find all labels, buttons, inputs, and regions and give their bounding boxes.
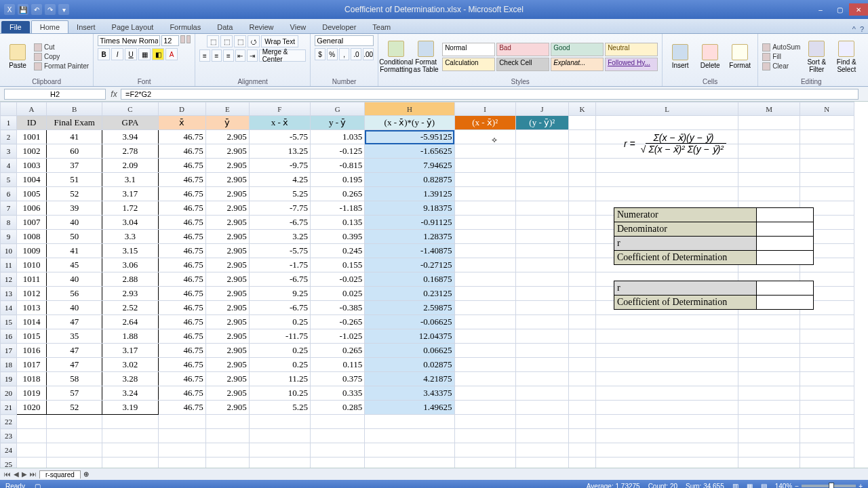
minimize-ribbon-icon[interactable]: ^ xyxy=(852,25,856,33)
row-header-1[interactable]: 1 xyxy=(1,116,17,130)
cell-C8[interactable]: 3.04 xyxy=(102,216,158,230)
cell-I4[interactable] xyxy=(454,159,515,173)
cell-F5[interactable]: 4.25 xyxy=(249,173,310,187)
row-header-16[interactable]: 16 xyxy=(1,329,17,344)
cell-F7[interactable]: -7.75 xyxy=(249,201,310,216)
cell-B1[interactable]: Final Exam xyxy=(47,116,102,130)
cell-C22[interactable] xyxy=(102,415,158,429)
cell-F16[interactable]: -11.75 xyxy=(249,329,310,344)
cell-L15[interactable] xyxy=(595,315,738,329)
cell-D10[interactable]: 46.75 xyxy=(158,244,205,258)
cell-B22[interactable] xyxy=(47,415,102,429)
cell-J3[interactable] xyxy=(515,144,568,159)
cell-I18[interactable] xyxy=(454,358,515,372)
cell-I24[interactable] xyxy=(454,443,515,458)
cell-D8[interactable]: 46.75 xyxy=(158,216,205,230)
cell-J12[interactable] xyxy=(515,272,568,287)
zoom-in-icon[interactable]: + xyxy=(859,483,863,489)
side-value[interactable] xyxy=(757,296,814,310)
side-label[interactable]: Denominator xyxy=(614,222,757,237)
side-label[interactable]: Coefficient of Determination xyxy=(614,251,757,265)
cell-D1[interactable]: x̄ xyxy=(158,116,205,130)
cell-D5[interactable]: 46.75 xyxy=(158,173,205,187)
row-header-9[interactable]: 9 xyxy=(1,230,17,244)
cell-J15[interactable] xyxy=(515,315,568,329)
cell-D16[interactable]: 46.75 xyxy=(158,329,205,344)
cell-G16[interactable]: -1.025 xyxy=(311,329,365,344)
cell-I22[interactable] xyxy=(454,415,515,429)
cell-C15[interactable]: 2.64 xyxy=(102,315,158,329)
cell-A6[interactable]: 1005 xyxy=(17,187,47,201)
cell-L23[interactable] xyxy=(595,429,738,443)
cell-L20[interactable] xyxy=(595,386,738,401)
cell-B13[interactable]: 56 xyxy=(47,287,102,301)
cell-K19[interactable] xyxy=(568,372,595,386)
cell-H4[interactable]: 7.94625 xyxy=(365,159,454,173)
cell-C23[interactable] xyxy=(102,429,158,443)
cell-D20[interactable]: 46.75 xyxy=(158,386,205,401)
underline-button[interactable]: U xyxy=(125,48,137,60)
sort-filter-button[interactable]: Sort & Filter xyxy=(803,38,830,76)
cell-B19[interactable]: 58 xyxy=(47,372,102,386)
cell-H18[interactable]: 0.02875 xyxy=(365,358,454,372)
cell-K13[interactable] xyxy=(568,287,595,301)
cell-C4[interactable]: 2.09 xyxy=(102,159,158,173)
cell-E24[interactable] xyxy=(205,443,249,458)
sheet-nav-next-icon[interactable]: ▶ xyxy=(22,470,27,478)
cell-H5[interactable]: 0.82875 xyxy=(365,173,454,187)
format-painter-button[interactable]: Format Painter xyxy=(34,62,89,70)
cell-D12[interactable]: 46.75 xyxy=(158,272,205,287)
cell-E11[interactable]: 2.905 xyxy=(205,258,249,272)
indent-dec-icon[interactable]: ⇤ xyxy=(235,49,246,62)
cell-I3[interactable] xyxy=(454,144,515,159)
cell-H14[interactable]: 2.59875 xyxy=(365,301,454,315)
cell-B2[interactable]: 41 xyxy=(47,130,102,144)
cell-M21[interactable] xyxy=(738,401,800,415)
cell-C7[interactable]: 1.72 xyxy=(102,201,158,216)
cell-A20[interactable]: 1019 xyxy=(17,386,47,401)
row-header-8[interactable]: 8 xyxy=(1,216,17,230)
indent-inc-icon[interactable]: ⇥ xyxy=(247,49,258,62)
cell-L17[interactable] xyxy=(595,344,738,358)
cell-H15[interactable]: -0.06625 xyxy=(365,315,454,329)
cell-I25[interactable] xyxy=(454,458,515,468)
find-select-button[interactable]: Find & Select xyxy=(833,38,860,76)
cell-E18[interactable]: 2.905 xyxy=(205,358,249,372)
cell-K16[interactable] xyxy=(568,329,595,344)
cell-D4[interactable]: 46.75 xyxy=(158,159,205,173)
border-button[interactable]: ▦ xyxy=(138,48,151,60)
cell-H20[interactable]: 3.43375 xyxy=(365,386,454,401)
cell-E3[interactable]: 2.905 xyxy=(205,144,249,159)
cell-G1[interactable]: y - ȳ xyxy=(311,116,365,130)
cell-E5[interactable]: 2.905 xyxy=(205,173,249,187)
cell-H10[interactable]: -1.40875 xyxy=(365,244,454,258)
cell-H3[interactable]: -1.65625 xyxy=(365,144,454,159)
cell-J7[interactable] xyxy=(515,201,568,216)
cell-J20[interactable] xyxy=(515,386,568,401)
cell-K10[interactable] xyxy=(568,244,595,258)
number-format-select[interactable] xyxy=(315,35,374,46)
cell-N20[interactable] xyxy=(800,386,854,401)
cell-H22[interactable] xyxy=(365,415,454,429)
cell-G6[interactable]: 0.265 xyxy=(311,187,365,201)
cell-A22[interactable] xyxy=(17,415,47,429)
cell-D21[interactable]: 46.75 xyxy=(158,401,205,415)
col-header-C[interactable]: C xyxy=(102,102,158,116)
cell-K14[interactable] xyxy=(568,301,595,315)
cell-E12[interactable]: 2.905 xyxy=(205,272,249,287)
cell-A18[interactable]: 1017 xyxy=(17,358,47,372)
tab-view[interactable]: View xyxy=(282,21,315,33)
cell-F19[interactable]: 11.25 xyxy=(249,372,310,386)
cell-B20[interactable]: 57 xyxy=(47,386,102,401)
cell-E4[interactable]: 2.905 xyxy=(205,159,249,173)
delete-cells-button[interactable]: Delete xyxy=(696,38,724,76)
cell-D17[interactable]: 46.75 xyxy=(158,344,205,358)
side-value[interactable] xyxy=(757,237,814,251)
cell-M20[interactable] xyxy=(738,386,800,401)
cell-C20[interactable]: 3.24 xyxy=(102,386,158,401)
cell-E22[interactable] xyxy=(205,415,249,429)
style-good[interactable]: Good xyxy=(551,43,604,56)
cell-A11[interactable]: 1010 xyxy=(17,258,47,272)
help-icon[interactable]: ? xyxy=(860,25,864,33)
cell-E15[interactable]: 2.905 xyxy=(205,315,249,329)
